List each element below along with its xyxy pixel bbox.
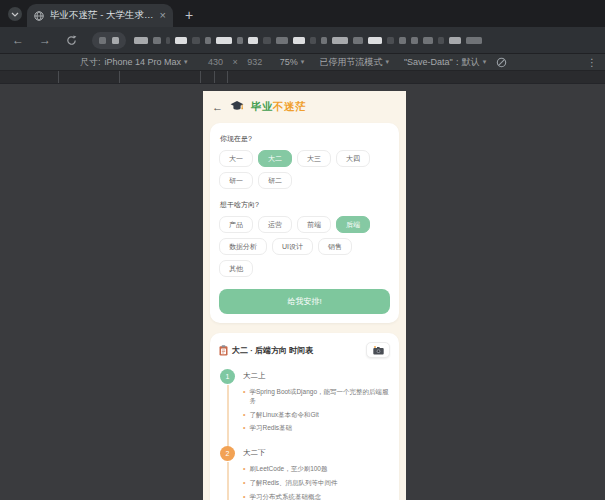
redacted-url-area <box>134 37 605 44</box>
height-input[interactable]: 932 <box>242 57 268 67</box>
ruler-tick <box>119 71 120 83</box>
more-options-icon[interactable]: ⋮ <box>587 57 597 68</box>
timeline: 1大二上•学Spring Boot或Django，能写一个完整的后端服务•了解L… <box>219 368 390 500</box>
chip-大二[interactable]: 大二 <box>258 150 292 167</box>
page-title: 毕业不迷茫 <box>251 100 306 114</box>
emulated-viewport: ← 毕业不迷茫 你现在是? 大一大二大三大四研一研二 想干啥方向? 产品运营前端… <box>0 84 605 500</box>
back-button[interactable]: ← <box>12 34 24 46</box>
ruler-tick <box>58 71 59 83</box>
timeline-item-title: 大二上 <box>243 368 390 381</box>
save-data-select-value: "Save-Data"：默认 <box>404 56 480 69</box>
reload-button[interactable] <box>66 35 77 46</box>
bullet-text: 刷LeetCode，至少刷100题 <box>249 465 327 474</box>
bullet-text: 学Spring Boot或Django，能写一个完整的后端服务 <box>249 388 390 406</box>
redacted-block <box>263 37 271 44</box>
size-label: 尺寸: <box>80 56 101 69</box>
timeline-bullet: •了解Linux基本命令和Git <box>243 411 390 420</box>
screenshot-button[interactable] <box>366 342 390 358</box>
generate-plan-button[interactable]: 给我安排! <box>219 289 390 314</box>
redacted-block <box>175 37 187 44</box>
chip-研二[interactable]: 研二 <box>258 172 292 189</box>
timeline-bullet: •学Spring Boot或Django，能写一个完整的后端服务 <box>243 388 390 406</box>
chip-大三[interactable]: 大三 <box>297 150 331 167</box>
network-conditions-icon[interactable] <box>496 57 507 68</box>
timeline-item: 1大二上•学Spring Boot或Django，能写一个完整的后端服务•了解L… <box>220 368 390 445</box>
tab-close-icon[interactable]: × <box>160 10 166 21</box>
redacted-block <box>205 37 211 44</box>
redacted-block <box>399 37 406 44</box>
device-select[interactable]: iPhone 14 Pro Max ▾ <box>105 57 188 67</box>
new-tab-button[interactable]: + <box>185 8 193 22</box>
redacted-block <box>411 37 418 44</box>
page-back-arrow[interactable]: ← <box>212 101 223 113</box>
chip-前端[interactable]: 前端 <box>297 216 331 233</box>
width-input[interactable]: 430 <box>203 57 229 67</box>
chip-产品[interactable]: 产品 <box>219 216 253 233</box>
timeline-bullet: •学习分布式系统基础概念 <box>243 493 390 500</box>
tab-search-button[interactable] <box>8 7 22 21</box>
timeline-step-number: 2 <box>220 446 235 461</box>
redacted-block <box>332 37 348 44</box>
tab-favicon-icon <box>34 11 44 21</box>
redacted-block <box>134 37 148 44</box>
redacted-block <box>423 37 433 44</box>
chip-大四[interactable]: 大四 <box>336 150 370 167</box>
caret-down-icon: ▾ <box>301 58 305 66</box>
chip-销售[interactable]: 销售 <box>318 238 352 255</box>
redacted-block <box>321 37 327 44</box>
chip-大一[interactable]: 大一 <box>219 150 253 167</box>
direction-chip-group: 产品运营前端后端数据分析UI设计销售其他 <box>219 216 390 277</box>
grade-question-label: 你现在是? <box>220 134 390 144</box>
chip-后端[interactable]: 后端 <box>336 216 370 233</box>
redacted-block <box>438 37 444 44</box>
caret-down-icon: ▾ <box>385 58 389 66</box>
forward-button[interactable]: → <box>39 34 51 46</box>
redacted-block <box>466 37 482 44</box>
redacted-block <box>112 37 119 44</box>
bullet-dot-icon: • <box>243 388 245 396</box>
chip-UI设计[interactable]: UI设计 <box>272 238 313 255</box>
device-select-value: iPhone 14 Pro Max <box>105 57 182 67</box>
redacted-block <box>387 37 394 44</box>
timeline-item-title: 大二下 <box>243 445 390 458</box>
save-data-select[interactable]: "Save-Data"：默认 ▾ <box>404 56 486 69</box>
bullet-text: 学习Redis基础 <box>249 424 292 433</box>
address-bar[interactable] <box>92 32 126 49</box>
redacted-block <box>99 37 106 44</box>
redacted-block <box>153 37 161 44</box>
plan-title: 大二 · 后端方向 时间表 <box>232 345 362 356</box>
redacted-block <box>166 37 170 44</box>
redacted-block <box>248 37 258 44</box>
multiply-sign: × <box>233 57 238 67</box>
page-header: ← 毕业不迷茫 <box>203 91 406 122</box>
bullet-dot-icon: • <box>243 424 245 432</box>
redacted-block <box>310 37 316 44</box>
plan-card-header: 大二 · 后端方向 时间表 <box>219 342 390 358</box>
chip-运营[interactable]: 运营 <box>258 216 292 233</box>
throttle-select-value: 已停用节流模式 <box>319 56 382 69</box>
page-title-green: 毕业 <box>251 100 273 112</box>
chip-其他[interactable]: 其他 <box>219 260 253 277</box>
bullet-dot-icon: • <box>243 493 245 500</box>
active-tab[interactable]: 毕业不迷茫 - 大学生求职小助手 × <box>27 4 173 27</box>
chip-数据分析[interactable]: 数据分析 <box>219 238 267 255</box>
ruler-tick <box>214 71 215 83</box>
throttle-select[interactable]: 已停用节流模式 ▾ <box>319 56 389 69</box>
timeline-bullet: •刷LeetCode，至少刷100题 <box>243 465 390 474</box>
device-toolbar: 尺寸: iPhone 14 Pro Max ▾ 430 × 932 75% ▾ … <box>0 54 605 71</box>
question-card: 你现在是? 大一大二大三大四研一研二 想干啥方向? 产品运营前端后端数据分析UI… <box>210 123 399 323</box>
timeline-item: 2大二下•刷LeetCode，至少刷100题•了解Redis、消息队列等中间件•… <box>220 445 390 500</box>
timeline-bullet: •了解Redis、消息队列等中间件 <box>243 479 390 488</box>
caret-down-icon: ▾ <box>184 58 188 66</box>
ruler-tick <box>227 71 228 83</box>
redacted-block <box>449 37 461 44</box>
tab-strip: 毕业不迷茫 - 大学生求职小助手 × + <box>0 0 605 27</box>
redacted-block <box>216 37 232 44</box>
timeline-bullet: •学习Redis基础 <box>243 424 390 433</box>
bullet-dot-icon: • <box>243 479 245 487</box>
zoom-select[interactable]: 75% ▾ <box>280 57 305 67</box>
browser-window: 毕业不迷茫 - 大学生求职小助手 × + ← → 尺寸: iPhone 14 P… <box>0 0 605 500</box>
page-title-orange: 不迷茫 <box>273 100 306 112</box>
bullet-dot-icon: • <box>243 465 245 473</box>
chip-研一[interactable]: 研一 <box>219 172 253 189</box>
